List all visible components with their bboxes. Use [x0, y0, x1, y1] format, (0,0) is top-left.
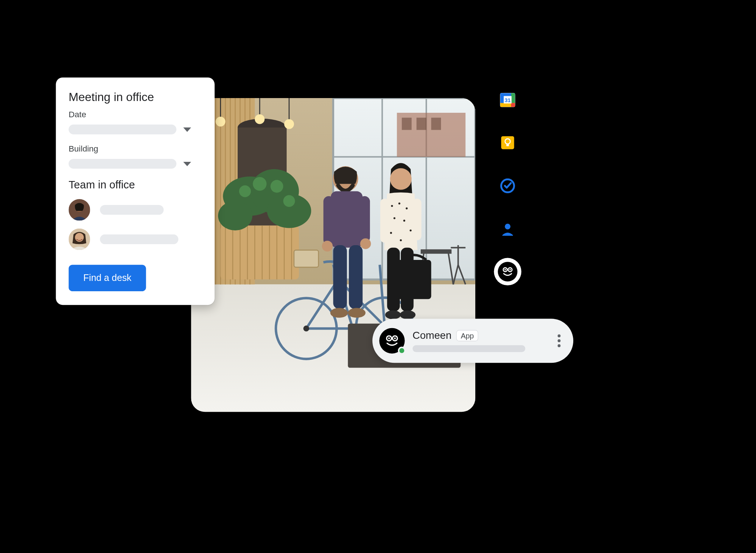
svg-rect-8 — [402, 118, 412, 130]
svg-rect-68 — [333, 245, 347, 309]
svg-point-40 — [283, 195, 295, 207]
svg-rect-104 — [506, 143, 509, 146]
more-options-button[interactable] — [555, 334, 564, 347]
building-select[interactable] — [69, 159, 202, 169]
svg-point-67 — [360, 238, 371, 249]
team-member-name-placeholder — [100, 205, 164, 215]
meeting-card: Meeting in office Date Building Team in … — [56, 77, 215, 305]
svg-point-106 — [505, 224, 510, 229]
presence-indicator-icon — [398, 347, 406, 354]
svg-text:31: 31 — [505, 97, 511, 103]
contacts-icon[interactable] — [499, 221, 516, 237]
comeen-app-icon[interactable] — [494, 258, 521, 285]
svg-rect-61 — [294, 250, 319, 267]
building-label: Building — [69, 144, 202, 154]
svg-point-75 — [406, 208, 407, 209]
svg-point-38 — [253, 177, 266, 191]
svg-point-42 — [216, 117, 225, 127]
svg-point-66 — [322, 241, 333, 251]
svg-point-39 — [270, 180, 283, 193]
svg-point-77 — [403, 220, 405, 222]
svg-point-76 — [393, 217, 395, 219]
svg-point-71 — [348, 308, 365, 318]
svg-point-86 — [400, 310, 416, 319]
chat-title: Comeen — [413, 330, 452, 341]
date-select-placeholder — [69, 125, 176, 135]
chat-message-placeholder — [413, 345, 525, 352]
svg-rect-10 — [431, 118, 441, 130]
svg-rect-69 — [349, 245, 363, 309]
calendar-icon[interactable]: 31 — [499, 91, 516, 108]
date-label: Date — [69, 110, 202, 120]
svg-point-114 — [394, 337, 396, 339]
svg-rect-47 — [421, 250, 451, 253]
svg-point-72 — [390, 168, 412, 190]
find-desk-button[interactable]: Find a desk — [69, 265, 146, 291]
svg-point-37 — [239, 185, 251, 197]
svg-point-85 — [385, 310, 401, 319]
svg-point-46 — [284, 119, 294, 129]
svg-rect-64 — [323, 196, 334, 245]
svg-point-44 — [255, 114, 265, 124]
svg-rect-81 — [380, 199, 389, 243]
app-badge: App — [456, 330, 478, 341]
avatar — [69, 229, 90, 250]
team-member-row — [69, 229, 202, 250]
date-select[interactable] — [69, 125, 202, 135]
avatar — [69, 199, 90, 221]
svg-point-73 — [391, 205, 393, 207]
svg-point-36 — [218, 201, 252, 230]
svg-rect-65 — [359, 196, 370, 243]
svg-rect-87 — [397, 260, 431, 299]
svg-rect-102 — [501, 136, 514, 149]
chat-body: Comeen App — [413, 330, 547, 352]
meeting-card-title: Meeting in office — [69, 90, 202, 104]
svg-point-79 — [390, 232, 392, 234]
keep-icon[interactable] — [499, 134, 516, 151]
svg-point-59 — [303, 326, 309, 331]
svg-rect-99 — [511, 103, 515, 107]
tasks-icon[interactable] — [499, 177, 516, 194]
svg-rect-9 — [417, 118, 427, 130]
svg-point-113 — [388, 337, 390, 339]
svg-point-109 — [504, 269, 506, 271]
svg-point-110 — [510, 269, 511, 271]
chevron-down-icon — [183, 161, 191, 166]
team-heading: Team in office — [69, 178, 202, 191]
svg-point-78 — [410, 229, 412, 231]
team-member-row — [69, 199, 202, 221]
team-member-name-placeholder — [100, 234, 178, 244]
svg-rect-82 — [413, 199, 421, 240]
chat-card[interactable]: Comeen App — [372, 319, 573, 363]
comeen-logo-icon — [498, 262, 517, 281]
svg-rect-63 — [331, 191, 363, 248]
chevron-down-icon — [183, 127, 191, 132]
chat-avatar — [379, 328, 405, 354]
svg-point-80 — [400, 239, 402, 241]
svg-point-74 — [398, 202, 400, 204]
svg-point-70 — [330, 308, 348, 318]
svg-rect-22 — [221, 226, 299, 279]
office-photo — [191, 98, 475, 412]
building-select-placeholder — [69, 159, 176, 169]
side-rail: 31 — [494, 91, 521, 285]
